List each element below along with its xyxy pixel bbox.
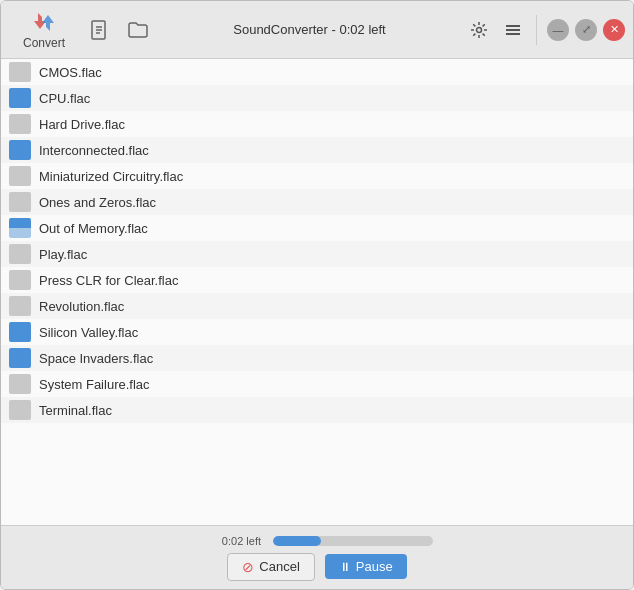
settings-icon bbox=[470, 21, 488, 39]
cancel-icon: ⊘ bbox=[242, 559, 254, 575]
file-name: Revolution.flac bbox=[39, 299, 124, 314]
add-file-button[interactable] bbox=[83, 15, 117, 45]
cancel-label: Cancel bbox=[259, 559, 299, 574]
file-row[interactable]: Interconnected.flac bbox=[1, 137, 633, 163]
minimize-button[interactable]: — bbox=[547, 19, 569, 41]
menu-button[interactable] bbox=[498, 17, 528, 43]
file-row[interactable]: Miniaturized Circuitry.flac bbox=[1, 163, 633, 189]
file-name: Silicon Valley.flac bbox=[39, 325, 138, 340]
file-row[interactable]: Play.flac bbox=[1, 241, 633, 267]
svg-marker-1 bbox=[42, 15, 54, 31]
file-name: Interconnected.flac bbox=[39, 143, 149, 158]
file-status-icon bbox=[9, 62, 31, 82]
file-row[interactable]: Revolution.flac bbox=[1, 293, 633, 319]
add-file-icon bbox=[89, 19, 111, 41]
file-status-icon bbox=[9, 192, 31, 212]
file-status-icon bbox=[9, 218, 31, 238]
file-status-icon bbox=[9, 296, 31, 316]
pause-icon: ⏸ bbox=[339, 560, 351, 574]
file-list: CMOS.flacCPU.flacHard Drive.flacIntercon… bbox=[1, 59, 633, 525]
file-row[interactable]: Out of Memory.flac bbox=[1, 215, 633, 241]
file-status-icon bbox=[9, 374, 31, 394]
bottom-bar: 0:02 left ⊘ Cancel ⏸ Pause bbox=[1, 525, 633, 589]
file-status-icon bbox=[9, 400, 31, 420]
svg-line-14 bbox=[473, 33, 475, 35]
titlebar-separator bbox=[536, 15, 537, 45]
file-name: Miniaturized Circuitry.flac bbox=[39, 169, 183, 184]
file-row[interactable]: System Failure.flac bbox=[1, 371, 633, 397]
file-row[interactable]: CPU.flac bbox=[1, 85, 633, 111]
file-status-icon bbox=[9, 322, 31, 342]
file-row[interactable]: Space Invaders.flac bbox=[1, 345, 633, 371]
close-button[interactable]: ✕ bbox=[603, 19, 625, 41]
cancel-button[interactable]: ⊘ Cancel bbox=[227, 553, 314, 581]
pause-button[interactable]: ⏸ Pause bbox=[325, 554, 407, 579]
file-row[interactable]: Terminal.flac bbox=[1, 397, 633, 423]
window-title: SoundConverter - 0:02 left bbox=[233, 22, 385, 37]
app-window: Convert SoundConverter - 0:02 left bbox=[0, 0, 634, 590]
file-name: CPU.flac bbox=[39, 91, 90, 106]
convert-label: Convert bbox=[23, 36, 65, 50]
file-row[interactable]: Press CLR for Clear.flac bbox=[1, 267, 633, 293]
convert-button[interactable]: Convert bbox=[9, 6, 79, 54]
file-row[interactable]: Ones and Zeros.flac bbox=[1, 189, 633, 215]
progress-label: 0:02 left bbox=[201, 535, 261, 547]
pause-label: Pause bbox=[356, 559, 393, 574]
file-name: CMOS.flac bbox=[39, 65, 102, 80]
file-name: Press CLR for Clear.flac bbox=[39, 273, 178, 288]
file-name: Ones and Zeros.flac bbox=[39, 195, 156, 210]
file-name: Terminal.flac bbox=[39, 403, 112, 418]
file-status-icon bbox=[9, 166, 31, 186]
file-status-icon bbox=[9, 114, 31, 134]
add-folder-button[interactable] bbox=[121, 15, 155, 45]
file-name: Space Invaders.flac bbox=[39, 351, 153, 366]
file-name: System Failure.flac bbox=[39, 377, 150, 392]
button-row: ⊘ Cancel ⏸ Pause bbox=[227, 553, 406, 581]
restore-button[interactable]: ⤢ bbox=[575, 19, 597, 41]
file-row[interactable]: Silicon Valley.flac bbox=[1, 319, 633, 345]
file-row[interactable]: Hard Drive.flac bbox=[1, 111, 633, 137]
file-status-icon bbox=[9, 348, 31, 368]
progress-row: 0:02 left bbox=[17, 535, 617, 547]
svg-line-12 bbox=[483, 33, 485, 35]
hamburger-icon bbox=[504, 21, 522, 39]
settings-button[interactable] bbox=[464, 17, 494, 43]
file-name: Hard Drive.flac bbox=[39, 117, 125, 132]
progress-bar-fill bbox=[273, 536, 321, 546]
titlebar: Convert SoundConverter - 0:02 left bbox=[1, 1, 633, 59]
file-name: Play.flac bbox=[39, 247, 87, 262]
file-status-icon bbox=[9, 140, 31, 160]
svg-line-11 bbox=[473, 24, 475, 26]
svg-point-6 bbox=[477, 27, 482, 32]
file-status-icon bbox=[9, 270, 31, 290]
progress-bar-wrap bbox=[273, 536, 433, 546]
file-status-icon bbox=[9, 244, 31, 264]
add-folder-icon bbox=[127, 19, 149, 41]
convert-icon bbox=[30, 10, 58, 34]
file-status-icon bbox=[9, 88, 31, 108]
svg-line-13 bbox=[483, 24, 485, 26]
file-row[interactable]: CMOS.flac bbox=[1, 59, 633, 85]
file-name: Out of Memory.flac bbox=[39, 221, 148, 236]
title-area: SoundConverter - 0:02 left bbox=[159, 22, 460, 37]
